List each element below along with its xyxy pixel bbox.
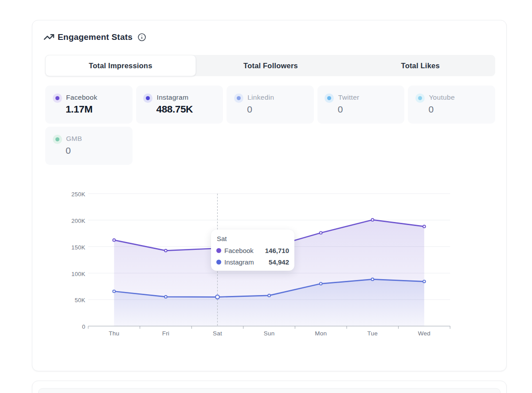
svg-text:Sat: Sat xyxy=(213,330,222,337)
svg-text:Mon: Mon xyxy=(315,330,327,337)
svg-text:Fri: Fri xyxy=(162,330,169,337)
svg-text:Sun: Sun xyxy=(264,330,275,337)
svg-text:Wed: Wed xyxy=(418,330,430,337)
svg-text:50K: 50K xyxy=(74,297,85,304)
svg-text:200K: 200K xyxy=(71,218,86,224)
svg-text:Tue: Tue xyxy=(368,330,378,337)
svg-text:250K: 250K xyxy=(71,191,86,198)
svg-text:Thu: Thu xyxy=(109,330,119,337)
svg-text:150K: 150K xyxy=(71,244,86,251)
svg-text:0: 0 xyxy=(82,323,86,330)
svg-text:100K: 100K xyxy=(71,271,86,277)
